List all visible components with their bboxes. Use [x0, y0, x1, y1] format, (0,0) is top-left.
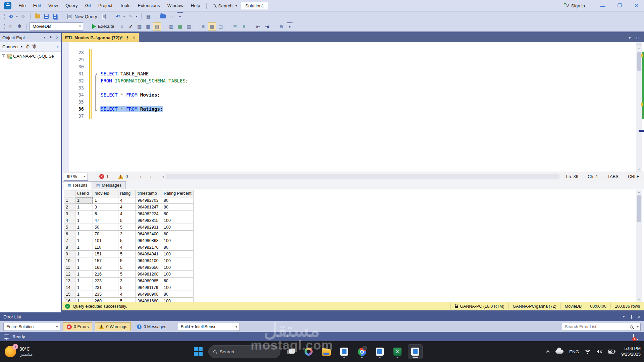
row-header[interactable]: 8 — [64, 244, 75, 251]
cell[interactable]: 3 — [93, 204, 118, 210]
cell[interactable]: 47 — [93, 217, 118, 224]
cell[interactable]: 5 — [118, 257, 136, 264]
row-header[interactable]: 10 — [64, 257, 75, 264]
menu-tools[interactable]: Tools — [116, 1, 134, 10]
column-header[interactable]: Rating Percent — [162, 190, 194, 197]
cell[interactable]: 101 — [93, 237, 118, 244]
cell[interactable]: 1 — [75, 197, 93, 204]
pin-icon[interactable] — [49, 36, 52, 40]
cell[interactable]: 1 — [75, 278, 93, 284]
close-icon[interactable]: ✕ — [56, 36, 59, 40]
clock[interactable]: 5:06 PM 9/25/2025 — [621, 346, 641, 357]
cell[interactable]: 1 — [75, 291, 93, 298]
results-vertical-scrollbar[interactable]: ▲ ▼ — [636, 190, 642, 302]
scroll-down-icon[interactable]: ▼ — [636, 168, 642, 171]
cell[interactable]: 70 — [93, 231, 118, 237]
weather-widget[interactable]: 1 30°C مشمس — [5, 346, 33, 357]
scope-combo[interactable]: Entire Solution ▼ — [3, 323, 60, 331]
wifi-icon[interactable] — [585, 349, 591, 354]
window-position-icon[interactable]: ▼ — [43, 36, 46, 39]
cell[interactable]: 1 — [93, 197, 118, 204]
error-count[interactable]: ✕ 1 — [99, 174, 109, 179]
start-button[interactable] — [194, 347, 203, 356]
chevron-down-icon[interactable]: ▼ — [15, 12, 19, 20]
cell[interactable]: 80 — [162, 291, 194, 298]
cell[interactable]: 964981680 — [136, 298, 162, 302]
language-indicator[interactable]: ENG — [569, 349, 579, 354]
forward-icon[interactable]: ⟳ — [19, 12, 27, 20]
cell[interactable]: 5 — [118, 284, 136, 291]
menu-query[interactable]: Query — [62, 1, 82, 10]
copilot-icon[interactable] — [301, 344, 316, 359]
title-search[interactable]: Search ▼ — [209, 3, 241, 8]
messages-filter-button[interactable]: i 0 Messages — [133, 322, 169, 331]
scroll-up-icon[interactable]: ▲ — [636, 190, 642, 195]
cell[interactable]: 1 — [75, 257, 93, 264]
cell[interactable]: 1 — [75, 264, 93, 271]
zoom-combo[interactable]: 99 % ▼ — [64, 173, 88, 181]
code-line[interactable]: 36SELECT * FROM Ratings; — [69, 105, 634, 112]
cell[interactable]: 5 — [118, 224, 136, 231]
cell[interactable]: 964982224 — [136, 210, 162, 217]
cell[interactable]: 964983650 — [136, 264, 162, 271]
minimize-button[interactable]: — — [595, 1, 610, 11]
cell[interactable]: 216 — [93, 271, 118, 278]
code-line[interactable]: 34SELECT * FROM Movies; — [69, 91, 634, 98]
cell[interactable]: 1 — [75, 251, 93, 257]
cell[interactable]: 100 — [162, 217, 194, 224]
sign-in-button[interactable]: Sign in — [565, 3, 585, 8]
onedrive-icon[interactable] — [555, 350, 564, 354]
cell[interactable]: 4 — [118, 204, 136, 210]
chevron-down-icon[interactable]: ▼ — [122, 12, 126, 20]
cell[interactable]: 964980985 — [136, 278, 162, 284]
change-connection-icon[interactable]: ψ — [15, 22, 23, 31]
cell[interactable]: 964982400 — [136, 231, 162, 237]
horizontal-scrollbar[interactable] — [166, 174, 559, 179]
open-file-icon[interactable] — [34, 12, 42, 20]
cell[interactable]: 1 — [75, 298, 93, 302]
cell[interactable]: 100 — [162, 271, 194, 278]
connect-dropdown[interactable]: Connect ▼ — [2, 44, 23, 49]
cell[interactable]: 5 — [118, 217, 136, 224]
scrollbar-thumb[interactable] — [637, 195, 641, 222]
row-header[interactable]: 1 — [64, 197, 75, 204]
file-explorer-icon[interactable] — [319, 344, 334, 359]
cell[interactable]: 231 — [93, 284, 118, 291]
cell[interactable]: 235 — [93, 291, 118, 298]
chevron-down-icon[interactable]: ▼ — [623, 315, 625, 318]
active-window-icon[interactable] — [408, 344, 423, 359]
cell[interactable]: 3 — [118, 278, 136, 284]
cell[interactable]: 6 — [93, 210, 118, 217]
row-header[interactable]: 2 — [64, 204, 75, 210]
cell[interactable]: 100 — [162, 251, 194, 257]
errors-filter-button[interactable]: ✕ 0 Errors — [63, 322, 92, 331]
tray-overflow-icon[interactable] — [547, 350, 550, 353]
cell[interactable]: 100 — [162, 224, 194, 231]
pin-icon[interactable] — [126, 36, 129, 40]
code-line[interactable]: 29 — [69, 56, 634, 63]
error-list-search-input[interactable] — [565, 324, 630, 329]
cell[interactable]: 964983815 — [136, 217, 162, 224]
cell[interactable]: 4 — [118, 197, 136, 204]
cell[interactable]: 1 — [75, 231, 93, 237]
restore-button[interactable]: ❐ — [612, 1, 627, 11]
column-header[interactable]: timestamp — [136, 190, 162, 197]
column-header[interactable]: userId — [75, 190, 93, 197]
comment-icon[interactable]: ≣ — [231, 22, 239, 31]
editor-vertical-scrollbar[interactable]: ▲ ▼ — [636, 42, 642, 172]
menu-git[interactable]: Git — [82, 1, 95, 10]
cell[interactable]: 5 — [118, 271, 136, 278]
code-line[interactable]: 37 — [69, 112, 634, 119]
activity-monitor-icon[interactable] — [159, 12, 167, 20]
database-combo[interactable]: MovieDB▼ — [30, 22, 83, 31]
app-window-icon[interactable] — [372, 344, 387, 359]
chevron-down-icon[interactable]: ▼ — [135, 12, 139, 20]
prev-issue-icon[interactable]: ↑ — [139, 174, 142, 179]
cell[interactable]: 60 — [162, 231, 194, 237]
menu-edit[interactable]: Edit — [30, 1, 45, 10]
results-tab-results[interactable]: ▦Results — [63, 181, 92, 189]
cell[interactable]: 4 — [118, 210, 136, 217]
live-stats-icon[interactable]: ▦ — [176, 22, 184, 31]
indent-icon[interactable]: ⇥ — [263, 22, 271, 31]
execute-button[interactable]: Execute — [90, 22, 117, 31]
